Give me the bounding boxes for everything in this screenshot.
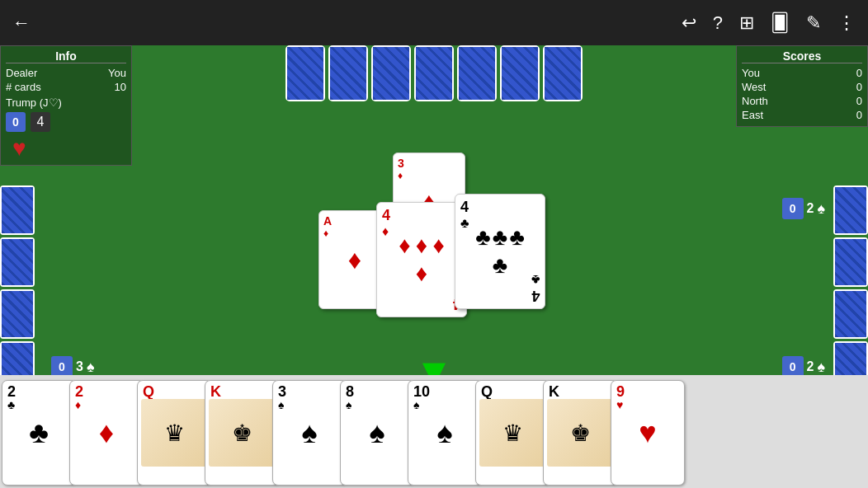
trick-num-rm: 0 (782, 198, 804, 219)
right-card (833, 289, 868, 339)
score-row-west: West 0 (742, 81, 862, 93)
move-button[interactable]: ⊞ (739, 12, 754, 34)
hand-card-qs[interactable]: Q ♠ ♛ (475, 380, 550, 486)
played-card-4c: 4 ♣ ♣♣♣♣ 4 ♣ (455, 194, 545, 309)
score-name-east: East (742, 109, 783, 121)
play-area: 3 ♦ ♦ 3 ♦ A ♦ ♦ A ♦ 4 ♦ (310, 152, 558, 342)
hand-card-2c[interactable]: 2 ♣ ♣ (2, 380, 76, 486)
info-title: Info (6, 49, 126, 63)
opponent-card (457, 45, 497, 101)
info-panel: Info Dealer You # cards 10 Trump (J♡) 0 … (0, 45, 132, 166)
score-row-north: North 0 (742, 95, 862, 107)
score-row-east: East 0 (742, 109, 862, 121)
left-card (0, 185, 35, 235)
queen-face-s: ♛ (479, 399, 545, 467)
score-name-you: You (742, 67, 783, 79)
opponent-card (285, 45, 325, 101)
trump-suit-badge: 4 (31, 112, 50, 132)
trick-badge-right-mid: 0 2 ♠ (782, 198, 825, 219)
hand-card-ks[interactable]: K ♠ ♚ (543, 380, 617, 486)
king-face-d: ♚ (209, 399, 275, 467)
cards-button[interactable]: 🂠 (771, 12, 790, 34)
trump-bid-badge: 0 (6, 112, 26, 132)
score-row-you: You 0 (742, 67, 862, 79)
opponent-card (500, 45, 540, 101)
right-card (833, 237, 868, 287)
dealer-label: Dealer (6, 67, 37, 79)
hand-card-3s[interactable]: 3 ♠ ♠ (272, 380, 347, 486)
left-card (0, 237, 35, 287)
top-bar: ← ↩ ? ⊞ 🂠 ✎ ⋮ (0, 0, 868, 45)
dealer-value: You (108, 67, 126, 79)
hand-card-8s[interactable]: 8 ♠ ♠ (340, 380, 414, 486)
trump-heart-icon: ♥ (12, 135, 126, 162)
undo-button[interactable]: ↩ (682, 12, 696, 34)
hand-card-kd[interactable]: K ♦ ♚ (205, 380, 279, 486)
dealer-row: Dealer You (6, 67, 126, 79)
back-button[interactable]: ← (12, 12, 31, 34)
scores-title: Scores (742, 49, 862, 63)
score-name-west: West (742, 81, 783, 93)
menu-button[interactable]: ⋮ (837, 12, 856, 34)
left-card (0, 289, 35, 339)
cards-value: 10 (115, 81, 126, 93)
hand-card-10s[interactable]: 10 ♠ ♠ (408, 380, 482, 486)
opponent-card (371, 45, 411, 101)
trick-count-rm: 2 (807, 201, 814, 216)
score-val-west: 0 (856, 81, 862, 93)
played-card-4d: 4 ♦ ♦♦♦♦ 4 ♦ (376, 202, 467, 317)
score-val-east: 0 (856, 109, 862, 121)
game-area: Info Dealer You # cards 10 Trump (J♡) 0 … (0, 45, 868, 417)
edit-button[interactable]: ✎ (806, 12, 821, 34)
help-button[interactable]: ? (713, 12, 723, 34)
king-face-s: ♚ (547, 399, 613, 467)
score-name-north: North (742, 95, 783, 107)
opponent-card (414, 45, 454, 101)
queen-face: ♛ (141, 399, 207, 467)
trick-count-bl: 3 (76, 359, 83, 374)
hand-card-2d[interactable]: 2 ♦ ♦ (69, 380, 144, 486)
trump-label: Trump (J♡) (6, 96, 62, 109)
opponent-card (328, 45, 368, 101)
trick-count-br: 2 (807, 359, 814, 374)
cards-row: # cards 10 (6, 81, 126, 93)
score-val-you: 0 (856, 67, 862, 79)
cards-label: # cards (6, 81, 41, 93)
right-card (833, 185, 868, 235)
top-opponent-cards (285, 45, 583, 101)
hand-card-9h[interactable]: 9 ♥ ♥ (611, 380, 685, 486)
trump-area: Trump (J♡) (6, 96, 126, 109)
hand-area: 2 ♣ ♣ 2 ♦ ♦ Q ♦ ♛ K ♦ ♚ 3 ♠ ♠ 8 ♠ ♠ 10 ♠ (0, 375, 868, 488)
hand-card-qd[interactable]: Q ♦ ♛ (137, 380, 211, 486)
opponent-card (543, 45, 583, 101)
score-val-north: 0 (856, 95, 862, 107)
scores-panel: Scores You 0 West 0 North 0 East 0 (736, 45, 868, 127)
